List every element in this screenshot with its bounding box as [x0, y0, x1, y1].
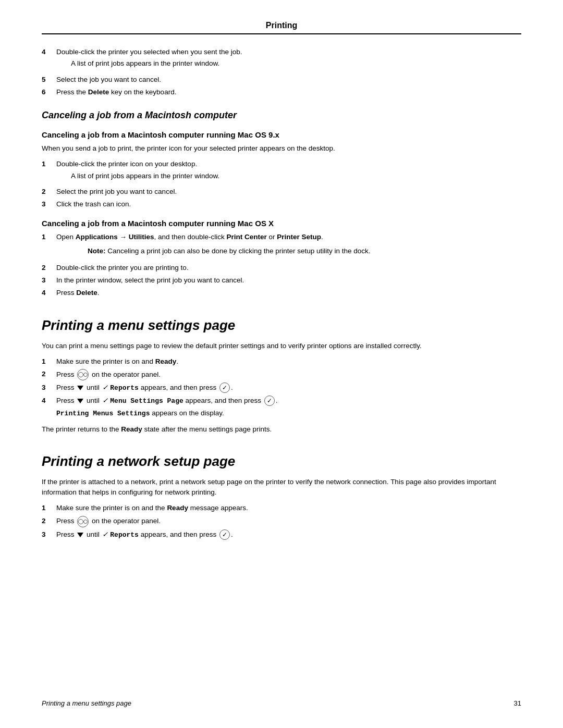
list-item: 3 Press until ✓ Reports appears, and the…: [42, 529, 521, 540]
down-arrow-icon2: [77, 533, 83, 537]
section-mac-9x: Canceling a job from a Macintosh compute…: [42, 130, 521, 209]
list-item: 1 Double-click the printer icon on your …: [42, 159, 521, 184]
section-network-intro: If the printer is attached to a network,…: [42, 477, 521, 498]
section-mac: Canceling a job from a Macintosh compute…: [42, 110, 521, 299]
page-header: Printing: [42, 21, 521, 34]
list-num: 5: [42, 75, 56, 85]
list-num: 4: [42, 396, 56, 406]
checkmark-circle-icon3: ✓: [219, 529, 230, 540]
checkmark-icon3: ✓: [102, 530, 108, 538]
list-text: Press until ✓ Reports appears, and then …: [56, 384, 233, 391]
list-num: 6: [42, 87, 56, 97]
down-arrow-icon: [77, 399, 83, 403]
list-text: In the printer window, select the print …: [56, 275, 521, 286]
section-menu-title: Printing a menu settings page: [42, 317, 521, 334]
list-num: 1: [42, 503, 56, 513]
list-num: 2: [42, 187, 56, 197]
list-num: 3: [42, 382, 56, 393]
section-mac-osx-title: Canceling a job from a Macintosh compute…: [42, 219, 521, 228]
list-text: Make sure the printer is on and the Read…: [56, 504, 248, 512]
list-item: 6 Press the Delete key on the keyboard.: [42, 87, 521, 97]
go-button-icon: [77, 369, 89, 380]
list-text: Open Applications → Utilities, and then …: [56, 233, 323, 241]
list-text: Press on the operator panel.: [56, 371, 161, 378]
list-item: 2 Select the print job you want to cance…: [42, 187, 521, 197]
list-item: 5 Select the job you want to cancel.: [42, 75, 521, 85]
list-num: 3: [42, 529, 56, 540]
list-sub: A list of print jobs appears in the prin…: [71, 171, 521, 181]
page-header-title: Printing: [266, 21, 297, 30]
list-num: 2: [42, 516, 56, 526]
monospace-reports2: Reports: [110, 531, 139, 539]
list-num: 3: [42, 199, 56, 209]
checkmark-icon: ✓: [102, 384, 108, 391]
section-mac-title: Canceling a job from a Macintosh compute…: [42, 110, 521, 121]
list-num: 1: [42, 356, 56, 367]
list-num: 4: [42, 47, 56, 57]
list-text: Select the print job you want to cancel.: [56, 187, 521, 197]
monospace-menu-settings: Menu Settings Page: [110, 397, 183, 405]
section-menu-intro: You can print a menu settings page to re…: [42, 341, 521, 351]
section-menu: Printing a menu settings page You can pr…: [42, 317, 521, 435]
list-text: Press until ✓ Reports appears, and then …: [56, 530, 233, 538]
list-text: Double-click the printer you are printin…: [56, 263, 521, 273]
list-text: Select the job you want to cancel.: [56, 75, 521, 85]
list-item: 2 Press on the operator panel.: [42, 516, 521, 527]
list-num: 2: [42, 263, 56, 273]
section-menu-closing: The printer returns to the Ready state a…: [42, 424, 521, 435]
list-num: 3: [42, 275, 56, 286]
list-item: 1 Make sure the printer is on and Ready.: [42, 356, 521, 367]
section-mac-9x-intro: When you send a job to print, the printe…: [42, 143, 521, 154]
mac-osx-steps: 1 Open Applications → Utilities, and the…: [42, 232, 521, 298]
monospace-printing-menus: Printing Menus Settings: [56, 410, 150, 417]
menu-steps: 1 Make sure the printer is on and Ready.…: [42, 356, 521, 422]
list-text: Double-click the printer icon on your de…: [56, 160, 197, 168]
bold-text: Delete: [88, 88, 109, 96]
list-num: 2: [42, 369, 56, 379]
list-item: 1 Make sure the printer is on and the Re…: [42, 503, 521, 513]
list-item: 2 Press on the operator panel.: [42, 369, 521, 380]
list-text: Double-click the printer you selected wh…: [56, 48, 242, 56]
list-item: 3 Press until ✓ Reports appears, and the…: [42, 382, 521, 393]
section-network-title: Printing a network setup page: [42, 453, 521, 470]
list-num: 4: [42, 288, 56, 298]
list-item: 4 Press until ✓ Menu Settings Page appea…: [42, 396, 521, 422]
list-item: 3 In the printer window, select the prin…: [42, 275, 521, 286]
checkmark-circle-icon: ✓: [219, 382, 230, 393]
list-item: 4 Press Delete.: [42, 288, 521, 298]
page: Printing 4 Double-click the printer you …: [0, 0, 563, 728]
mac-9x-steps: 1 Double-click the printer icon on your …: [42, 159, 521, 209]
section-mac-osx: Canceling a job from a Macintosh compute…: [42, 219, 521, 298]
list-item: 2 Double-click the printer you are print…: [42, 263, 521, 273]
list-text: Make sure the printer is on and Ready.: [56, 357, 178, 365]
footer-right: 31: [514, 699, 521, 707]
network-steps: 1 Make sure the printer is on and the Re…: [42, 503, 521, 540]
footer-left: Printing a menu settings page: [42, 699, 131, 707]
list-sub: A list of print jobs appears in the prin…: [71, 58, 521, 69]
list-text: Press the Delete key on the keyboard.: [56, 88, 176, 96]
monospace-reports: Reports: [110, 384, 139, 392]
section-network: Printing a network setup page If the pri…: [42, 453, 521, 540]
list-text: Click the trash can icon.: [56, 199, 521, 209]
intro-list: 4 Double-click the printer you selected …: [42, 47, 521, 97]
list-num: 1: [42, 232, 56, 242]
go-button-icon2: [77, 516, 89, 527]
list-num: 1: [42, 159, 56, 169]
note-label: Note:: [88, 247, 106, 255]
list-item: 3 Click the trash can icon.: [42, 199, 521, 209]
list-text: Press Delete.: [56, 289, 100, 297]
note-block: Note: Canceling a print job can also be …: [88, 246, 521, 256]
checkmark-icon: ✓: [102, 397, 108, 404]
list-item: 4 Double-click the printer you selected …: [42, 47, 521, 72]
list-text: Press until ✓ Menu Settings Page appears…: [56, 397, 278, 404]
list-text: Press on the operator panel.: [56, 517, 161, 525]
list-item: 1 Open Applications → Utilities, and the…: [42, 232, 521, 261]
checkmark-circle-icon2: ✓: [264, 396, 275, 406]
section-mac-9x-title: Canceling a job from a Macintosh compute…: [42, 130, 521, 139]
page-footer: Printing a menu settings page 31: [42, 699, 521, 707]
down-arrow-icon: [77, 386, 83, 390]
after-step4: Printing Menus Settings appears on the d…: [56, 408, 521, 419]
